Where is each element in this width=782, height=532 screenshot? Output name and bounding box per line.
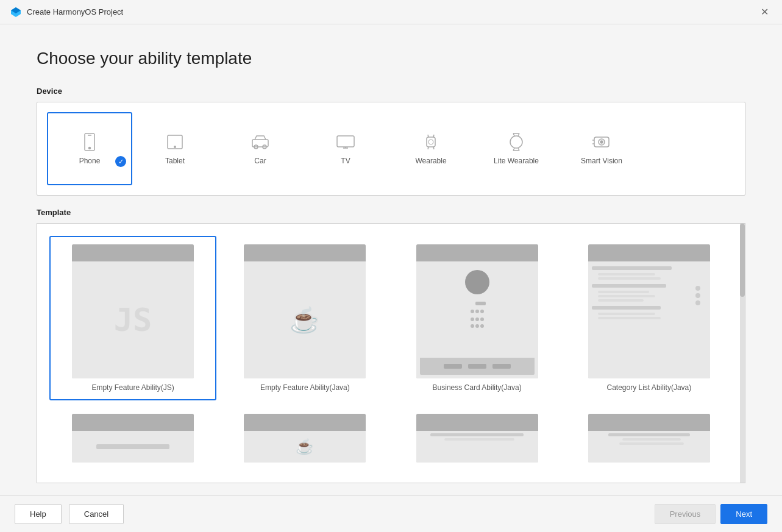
template-grid-wrapper: JS Empty Feature Ability(JS) ☕ Empty Fea… [37,223,745,483]
preview-avatar [465,270,489,294]
phone-check-badge: ✓ [115,156,126,167]
device-item-tablet[interactable]: Tablet [132,112,218,185]
close-button[interactable]: ✕ [757,5,772,19]
preview-dot-1 [471,310,474,313]
template-preview-partial-3 [416,414,538,463]
preview-header-js [72,244,194,261]
preview-dots-1 [471,310,484,313]
template-preview-category-list [588,244,710,378]
preview-dot-7 [471,324,474,328]
preview-dots-3 [471,324,484,328]
title-bar-left: Create HarmonyOS Project [10,6,123,18]
device-section-label: Device [37,87,745,96]
help-button[interactable]: Help [15,504,62,524]
preview-line-1 [475,302,486,305]
device-label-phone: Phone [79,157,101,165]
svg-rect-11 [427,137,435,147]
device-item-phone[interactable]: ✓ Phone [47,112,132,185]
template-preview-empty-java: ☕ [244,244,366,378]
preview-header-partial-4 [588,414,710,431]
wearable-icon [421,132,441,152]
device-item-tv[interactable]: TV [303,112,388,185]
template-item-empty-js[interactable]: JS Empty Feature Ability(JS) [49,236,216,400]
tv-icon [336,132,355,152]
main-content: Choose your ability template Device ✓ Ph… [0,24,782,495]
device-grid: ✓ Phone Tablet Car [37,102,745,196]
js-icon: JS [114,302,152,338]
template-item-partial-1[interactable] [49,405,216,471]
device-item-wearable[interactable]: Wearable [388,112,474,185]
harmonyos-logo-icon [10,6,22,18]
template-item-partial-3[interactable] [394,405,561,471]
preview-dot-6 [480,317,484,321]
template-scrollbar-thumb[interactable] [740,224,745,297]
template-item-category-list[interactable]: Category List Ability(Java) [566,236,733,400]
preview-dot-2 [475,310,479,313]
device-label-tablet: Tablet [165,157,185,165]
preview-body-business [416,261,538,378]
preview-header-java [244,244,366,261]
smart-vision-icon [592,132,611,152]
preview-dot-8 [475,324,479,328]
cancel-button[interactable]: Cancel [69,504,124,524]
preview-body-partial-2: ☕ [244,431,366,463]
previous-button[interactable]: Previous [655,504,716,524]
device-label-lite-wearable: Lite Wearable [494,157,539,165]
footer: Help Cancel Previous Next [0,495,782,532]
template-preview-partial-2: ☕ [244,414,366,463]
svg-point-17 [510,136,522,148]
device-label-smart-vision: Smart Vision [581,157,622,165]
template-preview-empty-js: JS [72,244,194,378]
preview-body-category [588,261,710,378]
footer-right: Previous Next [655,504,767,524]
preview-body-partial-1 [72,431,194,463]
preview-header-category [588,244,710,261]
template-preview-business-card [416,244,538,378]
device-label-wearable: Wearable [415,157,446,165]
preview-header-business [416,244,538,261]
preview-dot-3 [480,310,484,313]
device-label-tv: TV [341,157,350,165]
title-bar: Create HarmonyOS Project ✕ [0,0,782,24]
preview-header-partial-1 [72,414,194,431]
template-item-partial-4[interactable] [566,405,733,471]
preview-dot-5 [475,317,479,321]
preview-header-partial-3 [416,414,538,431]
device-item-car[interactable]: Car [218,112,303,185]
template-label-empty-js: Empty Feature Ability(JS) [91,383,174,392]
device-item-smart-vision[interactable]: Smart Vision [559,112,644,185]
device-label-car: Car [254,157,266,165]
template-item-business-card[interactable]: Business Card Ability(Java) [394,236,561,400]
preview-dots-2 [471,317,484,321]
template-label-business-card: Business Card Ability(Java) [433,383,522,392]
template-label-empty-java: Empty Feature Ability(Java) [260,383,350,392]
svg-point-26 [600,141,603,143]
svg-line-15 [433,147,434,149]
car-icon [251,132,270,152]
preview-body-partial-4 [588,431,710,463]
template-scrollbar-track[interactable] [740,224,745,483]
template-item-partial-2[interactable]: ☕ [221,405,388,471]
coffee-icon: ☕ [290,306,320,335]
svg-line-12 [428,135,428,137]
next-button[interactable]: Next [720,504,767,524]
preview-body-java: ☕ [244,261,366,378]
template-label-category-list: Category List Ability(Java) [607,383,692,392]
preview-dot-9 [480,324,484,328]
svg-line-13 [433,135,434,137]
window-title: Create HarmonyOS Project [27,7,123,16]
template-section-label: Template [37,208,745,217]
preview-dot-4 [471,317,474,321]
preview-header-partial-2 [244,414,366,431]
svg-point-2 [89,147,91,149]
phone-icon [80,132,99,152]
device-section: Device ✓ Phone Tablet [37,87,745,196]
template-preview-partial-1 [72,414,194,463]
footer-left: Help Cancel [15,504,124,524]
page-title: Choose your ability template [37,49,745,68]
template-grid: JS Empty Feature Ability(JS) ☕ Empty Fea… [37,224,745,483]
template-item-empty-java[interactable]: ☕ Empty Feature Ability(Java) [221,236,388,400]
template-preview-partial-4 [588,414,710,463]
svg-line-14 [428,147,428,149]
device-item-lite-wearable[interactable]: Lite Wearable [474,112,559,185]
